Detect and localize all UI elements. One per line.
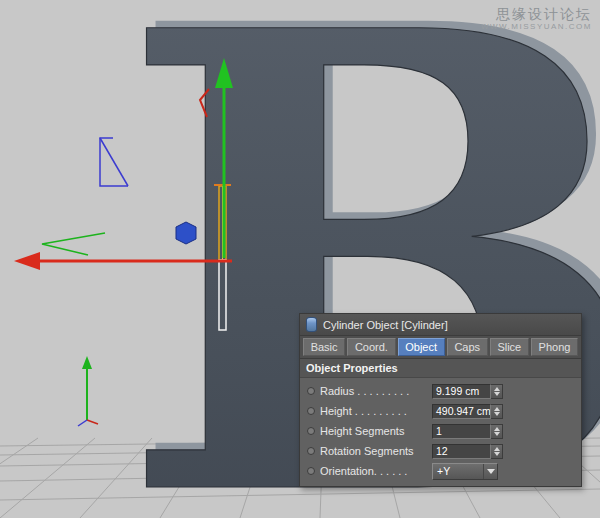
chevron-down-icon <box>487 469 495 474</box>
orientation-dropdown[interactable]: +Y <box>432 463 498 480</box>
dropdown-arrow-box[interactable] <box>483 464 497 479</box>
watermark: 思缘设计论坛 WWW.MISSYUAN.COM <box>481 6 592 32</box>
stepper-up-icon[interactable] <box>494 447 500 451</box>
stepper-up-icon[interactable] <box>494 427 500 431</box>
height-value[interactable]: 490.947 cm <box>432 404 491 419</box>
tab-coord[interactable]: Coord. <box>347 338 395 356</box>
property-row-radius: Radius . . . . . . . . . 9.199 cm <box>300 381 581 401</box>
panel-tabs: Basic Coord. Object Caps Slice Phong <box>300 336 581 359</box>
tab-caps[interactable]: Caps <box>447 338 488 356</box>
stepper-down-icon[interactable] <box>494 452 500 456</box>
property-row-rotation-segments: Rotation Segments 12 <box>300 441 581 461</box>
property-row-orientation: Orientation. . . . . . +Y <box>300 461 581 481</box>
tab-object[interactable]: Object <box>398 338 445 356</box>
orientation-value[interactable]: +Y <box>433 465 483 477</box>
height-segments-field[interactable]: 1 <box>432 424 503 439</box>
stepper-down-icon[interactable] <box>494 432 500 436</box>
keyframe-circle[interactable] <box>307 407 315 415</box>
height-field[interactable]: 490.947 cm <box>432 404 503 419</box>
cylinder-icon <box>306 317 317 332</box>
height-segments-label: Height Segments <box>320 425 432 437</box>
radius-value[interactable]: 9.199 cm <box>432 384 491 399</box>
keyframe-circle[interactable] <box>307 467 315 475</box>
radius-label: Radius . . . . . . . . . <box>320 385 432 397</box>
panel-title-bar[interactable]: Cylinder Object [Cylinder] <box>300 314 581 336</box>
property-row-height-segments: Height Segments 1 <box>300 421 581 441</box>
panel-title: Cylinder Object [Cylinder] <box>323 319 448 331</box>
rotation-segments-value[interactable]: 12 <box>432 444 491 459</box>
height-label: Height . . . . . . . . . <box>320 405 432 417</box>
x-axis-arrowhead[interactable] <box>14 252 40 270</box>
keyframe-circle[interactable] <box>307 427 315 435</box>
section-header: Object Properties <box>300 359 581 378</box>
tab-phong[interactable]: Phong <box>531 338 578 356</box>
property-row-height: Height . . . . . . . . . 490.947 cm <box>300 401 581 421</box>
stepper-down-icon[interactable] <box>494 392 500 396</box>
height-segments-value[interactable]: 1 <box>432 424 491 439</box>
tab-basic[interactable]: Basic <box>303 338 345 356</box>
rotation-segments-label: Rotation Segments <box>320 445 432 457</box>
keyframe-circle[interactable] <box>307 387 315 395</box>
height-segments-stepper[interactable] <box>491 424 503 439</box>
radius-stepper[interactable] <box>491 384 503 399</box>
watermark-url: WWW.MISSYUAN.COM <box>481 22 592 32</box>
stepper-up-icon[interactable] <box>494 387 500 391</box>
orientation-label: Orientation. . . . . . <box>320 465 432 477</box>
rotation-segments-stepper[interactable] <box>491 444 503 459</box>
attributes-panel: Cylinder Object [Cylinder] Basic Coord. … <box>299 313 582 487</box>
height-stepper[interactable] <box>491 404 503 419</box>
watermark-text-cn: 思缘设计论坛 <box>481 6 592 22</box>
radius-field[interactable]: 9.199 cm <box>432 384 503 399</box>
world-axis-indicator <box>78 356 98 426</box>
stepper-up-icon[interactable] <box>494 407 500 411</box>
rotation-segments-field[interactable]: 12 <box>432 444 503 459</box>
property-rows: Radius . . . . . . . . . 9.199 cm Height… <box>300 378 581 486</box>
z-axis-hexagon-handle[interactable] <box>176 222 196 244</box>
viewport: B B <box>0 0 600 518</box>
tab-slice[interactable]: Slice <box>490 338 529 356</box>
stepper-down-icon[interactable] <box>494 412 500 416</box>
keyframe-circle[interactable] <box>307 447 315 455</box>
